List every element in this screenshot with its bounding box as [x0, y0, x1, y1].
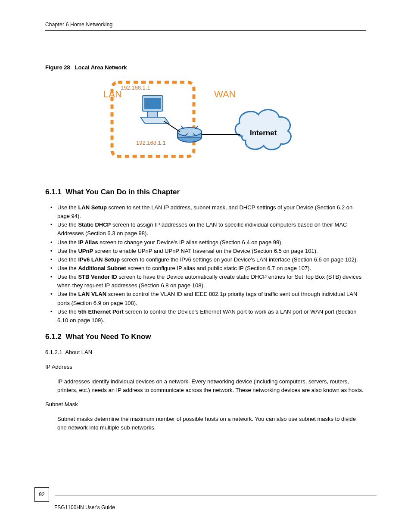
cloud-icon: Internet: [235, 110, 291, 150]
list-item: Use the UPnP screen to enable UPnP and U…: [45, 247, 366, 255]
header-rule: [45, 30, 366, 31]
list-item: Use the Additional Subnet screen to conf…: [45, 264, 366, 273]
chapter-header: Chapter 6 Home Networking: [45, 22, 366, 28]
list-item: Use the LAN Setup screen to set the LAN …: [45, 203, 366, 221]
bullet-list-611: Use the LAN Setup screen to set the LAN …: [45, 203, 366, 325]
def-term-ip: IP Address: [45, 363, 366, 371]
wan-label: WAN: [214, 89, 236, 100]
list-item: Use the IPv6 LAN Setup screen to configu…: [45, 255, 366, 264]
footer-rule: [55, 495, 377, 495]
internet-label: Internet: [250, 129, 277, 137]
router-icon: [177, 126, 202, 142]
svg-point-6: [177, 128, 202, 136]
ip2-label: 192.168.1.1: [136, 140, 166, 146]
list-item: Use the 5th Ethernet Port screen to cont…: [45, 308, 366, 325]
figure-title: Local Area Network: [75, 64, 127, 71]
def-body-subnet: Subnet masks determine the maximum numbe…: [57, 415, 366, 432]
footer-guide: FSG1100HN User's Guide: [54, 504, 377, 510]
list-item: Use the IP Alias screen to change your D…: [45, 238, 366, 247]
page-footer: 92 FSG1100HN User's Guide: [34, 487, 377, 510]
def-body-ip: IP addresses identify individual devices…: [57, 377, 366, 395]
section-heading-611: 6.1.1 What You Can Do in this Chapter: [45, 188, 366, 196]
def-term-subnet: Subnet Mask: [45, 400, 366, 409]
ip1-label: 192.168.1.1: [121, 84, 150, 91]
list-item: Use the STB Vendor ID screen to have the…: [45, 273, 366, 290]
secnum-611: 6.1.1: [45, 188, 62, 196]
lan-label: LAN: [104, 89, 122, 100]
svg-rect-2: [144, 98, 161, 109]
list-item: Use the Static DHCP screen to assign IP …: [45, 221, 366, 238]
page-number: 92: [34, 487, 49, 502]
list-item: Use the LAN VLAN screen to control the V…: [45, 290, 366, 307]
svg-rect-3: [147, 111, 158, 117]
pc-router-link: [164, 121, 180, 132]
subheading-6121: 6.1.2.1 About LAN: [45, 348, 366, 357]
sectitle-612: What You Need To Know: [65, 333, 151, 341]
network-diagram: LAN WAN 192.168.1.1 192.168.1.1: [45, 76, 366, 162]
sectitle-611: What You Can Do in this Chapter: [65, 188, 180, 196]
secnum-612: 6.1.2: [45, 333, 62, 341]
figure-caption: Figure 28 Local Area Network: [45, 64, 366, 71]
pc-icon: [140, 96, 169, 123]
figure-number: Figure 28: [45, 64, 70, 71]
section-heading-612: 6.1.2 What You Need To Know: [45, 333, 366, 341]
